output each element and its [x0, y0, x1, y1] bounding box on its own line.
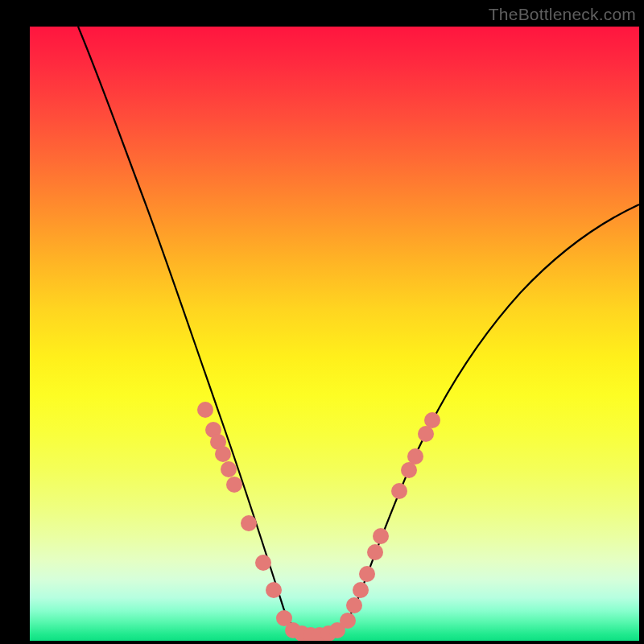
curve-layer — [30, 27, 639, 641]
marker-dot — [241, 515, 257, 531]
marker-dot — [407, 448, 423, 464]
marker-dot — [359, 566, 375, 582]
marker-dot — [367, 544, 383, 560]
marker-dot — [340, 613, 356, 629]
marker-dot — [346, 597, 362, 613]
chart-frame: TheBottleneck.com — [0, 0, 644, 644]
marker-dot — [215, 446, 231, 462]
watermark-text: TheBottleneck.com — [489, 5, 636, 24]
marker-dot — [391, 483, 407, 499]
marker-dot — [418, 426, 434, 442]
marker-dot — [221, 461, 237, 477]
marker-group — [197, 402, 440, 641]
marker-dot — [255, 555, 271, 571]
bottleneck-curve — [78, 27, 639, 636]
marker-dot — [226, 477, 242, 493]
marker-dot — [373, 528, 389, 544]
marker-dot — [266, 582, 282, 598]
marker-dot — [353, 582, 369, 598]
marker-dot — [197, 402, 213, 418]
marker-dot — [401, 462, 417, 478]
marker-dot — [424, 412, 440, 428]
